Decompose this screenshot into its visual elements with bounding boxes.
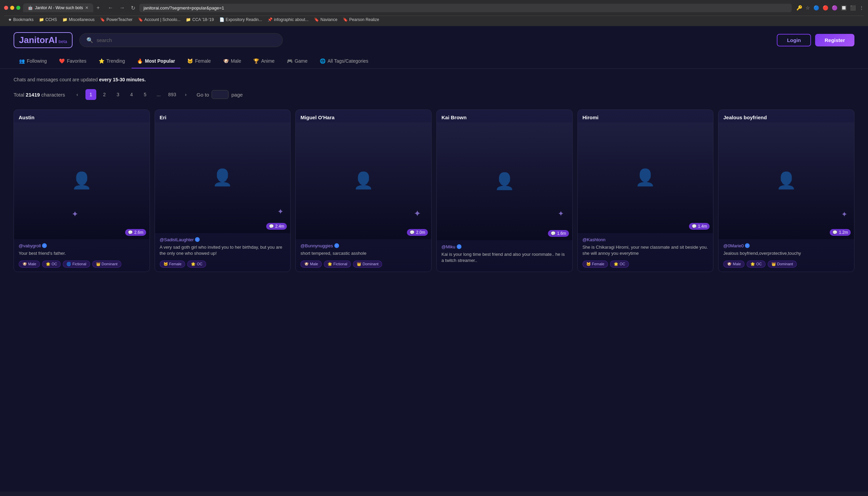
page-5-button[interactable]: 5	[140, 89, 151, 100]
page-last-button[interactable]: 893	[167, 89, 178, 100]
tab-favorites[interactable]: ❤️ Favorites	[54, 54, 92, 68]
card-image-austin: 👤 💬 2.6m ✦	[14, 122, 150, 239]
sparkle-eri: ✦	[278, 207, 283, 216]
tag-female-eri[interactable]: 🐱 Female	[160, 261, 185, 268]
character-card-jealous[interactable]: Jealous boyfriend 👤 💬 1.2m ✦ @0Marie0 ✓ …	[718, 109, 854, 272]
message-count-hiromi: 💬 1.4m	[689, 223, 710, 230]
search-bar[interactable]: 🔍 search	[79, 33, 283, 47]
star-icon[interactable]: ☆	[806, 5, 810, 11]
tag-dominant-miguel[interactable]: 👑 Dominant	[353, 261, 382, 268]
bookmark-cchs[interactable]: 📁 CCHS	[39, 17, 57, 22]
following-icon: 👥	[19, 58, 25, 64]
tab-game[interactable]: 🎮 Game	[281, 54, 313, 68]
prev-page-button[interactable]: ‹	[72, 89, 83, 100]
browser-chrome: 🤖 Janitor AI - Wow such bots ✕ + ← → ↻ 🔑…	[0, 0, 868, 26]
tag-fictional-austin[interactable]: 🌀 Fictional	[63, 261, 90, 268]
bookmark-pearson[interactable]: 🔖 Pearson Realize	[343, 17, 379, 22]
bookmark-misc[interactable]: 📁 Miscellaneous	[62, 17, 94, 22]
ext-icon-2[interactable]: 🔴	[823, 5, 828, 11]
address-bar[interactable]	[139, 4, 792, 12]
ext-icon-1[interactable]: 🔵	[813, 5, 819, 11]
bookmark-powerteacher[interactable]: 🔖 PowerTeacher	[100, 17, 133, 22]
browser-tab-active[interactable]: 🤖 Janitor AI - Wow such bots ✕	[23, 3, 93, 12]
bookmark-bookmarks[interactable]: ★ Bookmarks	[8, 17, 33, 22]
tag-male-miguel[interactable]: 🐶 Male	[300, 261, 322, 268]
tag-fictional-miguel[interactable]: 🌟 Fictional	[324, 261, 351, 268]
tag-oc-eri[interactable]: 🌟 OC	[187, 261, 206, 268]
chat-icon-eri: 💬	[269, 224, 274, 229]
browser-icons: 🔑 ☆ 🔵 🔴 🟣 🔲 ⬛ ⋮	[796, 5, 864, 11]
character-card-hiromi[interactable]: Hiromi 👤 💬 1.4m @Kashtonn She is Chikara…	[578, 109, 714, 272]
verified-badge-eri: ✓	[195, 237, 200, 242]
tab-trending[interactable]: ⭐ Trending	[93, 54, 131, 68]
page-4-button[interactable]: 4	[126, 89, 137, 100]
tab-female[interactable]: 🐱 Female	[182, 54, 216, 68]
tag-male-jealous[interactable]: 🐶 Male	[723, 261, 745, 268]
tab-anime[interactable]: 🏆 Anime	[248, 54, 280, 68]
tag-oc-jealous[interactable]: 🌟 OC	[747, 261, 766, 268]
character-card-austin[interactable]: Austin 👤 💬 2.6m ✦ @vabygroll ✓ Your best…	[14, 109, 150, 272]
tab-close-icon[interactable]: ✕	[85, 5, 89, 10]
nav-tabs: 👥 Following ❤️ Favorites ⭐ Trending 🔥 Mo…	[0, 54, 868, 69]
login-button[interactable]: Login	[777, 34, 811, 46]
minimize-button[interactable]	[10, 6, 14, 10]
app-logo[interactable]: JanitorAIbeta	[14, 32, 73, 48]
header-buttons: Login Register	[777, 34, 854, 46]
tag-dominant-austin[interactable]: 👑 Dominant	[92, 261, 121, 268]
tab-most-popular[interactable]: 🔥 Most Popular	[132, 54, 180, 68]
verified-badge-austin: ✓	[42, 243, 47, 248]
register-button[interactable]: Register	[815, 34, 854, 46]
traffic-lights	[4, 6, 20, 10]
message-count-jealous: 💬 1.2m	[830, 229, 851, 236]
placeholder-icon-miguel: 👤	[353, 171, 374, 190]
card-info-eri: @SadistLaughter ✓ A very sad goth girl w…	[155, 233, 290, 272]
chat-icon-jealous: 💬	[833, 230, 837, 235]
key-icon[interactable]: 🔑	[796, 5, 802, 11]
page-3-button[interactable]: 3	[113, 89, 123, 100]
maximize-button[interactable]	[16, 6, 20, 10]
refresh-button[interactable]: ↻	[129, 4, 137, 12]
bookmark-infographic[interactable]: 📌 infographic about...	[268, 17, 309, 22]
tag-dominant-jealous[interactable]: 👑 Dominant	[768, 261, 797, 268]
ext-icon-4[interactable]: 🔲	[841, 5, 847, 11]
card-author-kai: @Miku ✓	[442, 244, 568, 249]
forward-button[interactable]: →	[117, 4, 127, 12]
browser-tabs: 🤖 Janitor AI - Wow such bots ✕ + ← → ↻ 🔑…	[4, 3, 864, 13]
new-tab-button[interactable]: +	[93, 3, 103, 13]
tag-oc-hiromi[interactable]: 🌟 OC	[610, 261, 629, 268]
next-page-button[interactable]: ›	[180, 89, 191, 100]
tag-male-austin[interactable]: 🐶 Male	[19, 261, 40, 268]
anime-icon: 🏆	[253, 58, 259, 64]
tag-oc-austin[interactable]: 🌟 OC	[42, 261, 61, 268]
tab-male[interactable]: 🐶 Male	[218, 54, 246, 68]
card-info-miguel: @Bunnynuggies ✓ short tempered, sarcasti…	[296, 239, 431, 272]
card-info-jealous: @0Marie0 ✓ Jealous boyfriend,overprotect…	[718, 239, 854, 272]
characters-grid: Austin 👤 💬 2.6m ✦ @vabygroll ✓ Your best…	[14, 109, 854, 272]
favorites-icon: ❤️	[59, 58, 65, 64]
card-tags-hiromi: 🐱 Female 🌟 OC	[583, 261, 709, 268]
page-2-button[interactable]: 2	[99, 89, 110, 100]
card-image-hiromi: 👤 💬 1.4m	[578, 122, 713, 233]
ext-icon-5[interactable]: ⬛	[850, 5, 856, 11]
back-button[interactable]: ←	[106, 4, 115, 12]
character-card-miguel[interactable]: Miguel O'Hara 👤 💬 2.0m ✦ @Bunnynuggies ✓…	[295, 109, 432, 272]
tag-female-hiromi[interactable]: 🐱 Female	[583, 261, 608, 268]
ext-icon-3[interactable]: 🟣	[832, 5, 837, 11]
close-button[interactable]	[4, 6, 8, 10]
card-tags-miguel: 🐶 Male 🌟 Fictional 👑 Dominant	[300, 261, 426, 268]
card-name-miguel: Miguel O'Hara	[296, 110, 431, 122]
popular-icon: 🔥	[137, 58, 143, 64]
tab-all-tags[interactable]: 🌐 All Tags/Categories	[314, 54, 374, 68]
more-icon[interactable]: ⋮	[859, 5, 864, 11]
page-1-button[interactable]: 1	[86, 89, 96, 100]
card-tags-jealous: 🐶 Male 🌟 OC 👑 Dominant	[723, 261, 849, 268]
goto-page-input[interactable]	[212, 90, 228, 99]
card-author-miguel: @Bunnynuggies ✓	[300, 243, 426, 248]
character-card-kai[interactable]: Kai Brown 👤 💬 1.6m ✦ @Miku ✓ Kai is your…	[436, 109, 573, 272]
bookmark-cca[interactable]: 📁 CCA '18-'19	[186, 17, 214, 22]
bookmark-account[interactable]: 🔖 Account | Schoolo...	[138, 17, 181, 22]
character-card-eri[interactable]: Eri 👤 💬 2.4m ✦ @SadistLaughter ✓ A very …	[155, 109, 291, 272]
bookmark-naviance[interactable]: 🔖 Naviance	[314, 17, 338, 22]
bookmark-expository[interactable]: 📄 Expository Readin...	[219, 17, 262, 22]
tab-following[interactable]: 👥 Following	[14, 54, 52, 68]
